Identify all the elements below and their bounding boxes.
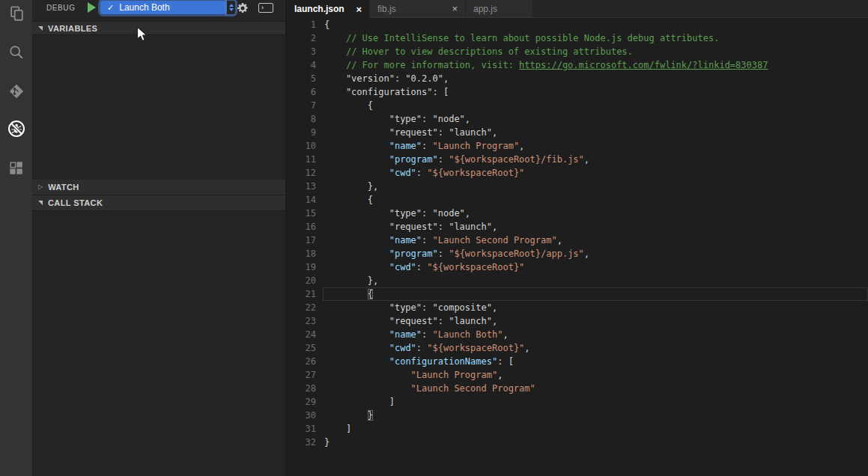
code-line[interactable]: 19 "cwd": "${workspaceRoot}" — [287, 260, 868, 274]
debug-config-selected: Launch Both — [119, 2, 169, 13]
line-number: 11 — [287, 153, 316, 166]
variables-panel-body — [32, 35, 287, 180]
code-line[interactable]: 1{ — [287, 18, 868, 31]
line-number: 31 — [287, 422, 316, 436]
code-line[interactable]: 28 "Launch Second Program" — [287, 382, 868, 395]
close-tab-icon[interactable]: × — [356, 4, 362, 14]
section-header-variables[interactable]: VARIABLES — [32, 22, 287, 35]
editor-group: launch.json×fib.js×app.js 1{2 // Use Int… — [287, 0, 868, 476]
code-editor[interactable]: 1{2 // Use IntelliSense to learn about p… — [287, 18, 868, 476]
line-number: 14 — [287, 193, 316, 207]
line-number: 17 — [287, 234, 316, 247]
code-line[interactable]: 2 // Use IntelliSense to learn about pos… — [287, 31, 868, 45]
stepper-up-icon — [229, 4, 234, 7]
line-number: 2 — [287, 31, 316, 45]
line-number: 3 — [287, 45, 316, 58]
section-header-callstack[interactable]: CALL STACK — [32, 195, 287, 211]
code-line[interactable]: 30 } — [287, 409, 868, 422]
line-number: 28 — [287, 382, 316, 395]
line-number: 10 — [287, 139, 316, 153]
debug-config-dropdown[interactable]: ✓ Launch Both — [100, 1, 225, 14]
tab-bar: launch.json×fib.js×app.js — [287, 0, 868, 18]
line-number: 9 — [287, 126, 316, 139]
line-number: 4 — [287, 58, 316, 72]
line-number: 22 — [287, 301, 316, 314]
code-line[interactable]: 23 "request": "launch", — [287, 314, 868, 328]
line-number: 27 — [287, 368, 316, 382]
code-line[interactable]: 5 "version": "0.2.0", — [287, 72, 868, 85]
code-line[interactable]: 3 // Hover to view descriptions of exist… — [287, 45, 868, 58]
stepper-down-icon — [229, 8, 234, 11]
debug-icon[interactable] — [6, 118, 27, 139]
code-line[interactable]: 27 "Launch Program", — [287, 368, 868, 382]
code-line[interactable]: 7 { — [287, 99, 868, 112]
open-debug-console-button[interactable]: › — [258, 3, 273, 13]
code-line[interactable]: 26 "configurationNames": [ — [287, 355, 868, 368]
close-tab-icon[interactable]: × — [452, 4, 458, 13]
code-line[interactable]: 12 "cwd": "${workspaceRoot}" — [287, 166, 868, 180]
line-number: 19 — [287, 260, 316, 274]
activity-bar — [0, 0, 32, 476]
code-line[interactable]: 4 // For more information, visit: https:… — [287, 58, 868, 72]
code-line[interactable]: 15 "type": "node", — [287, 207, 868, 220]
tab-app.js[interactable]: app.js — [466, 0, 533, 17]
link[interactable]: https://go.microsoft.com/fwlink/?linkid=… — [519, 60, 768, 70]
start-debug-button[interactable] — [87, 2, 97, 13]
chevron-expanded-icon — [38, 201, 43, 205]
line-number: 25 — [287, 341, 316, 355]
configure-gear-button[interactable] — [237, 2, 249, 14]
code-line[interactable]: 13 }, — [287, 180, 868, 193]
code-line[interactable]: 32} — [287, 436, 868, 449]
code-line[interactable]: 29 ] — [287, 395, 868, 409]
code-line[interactable]: 6 "configurations": [ — [287, 85, 868, 99]
debug-view-title: DEBUG — [46, 4, 76, 12]
line-number: 21 — [287, 287, 316, 301]
code-line[interactable]: 31 ] — [287, 422, 868, 436]
code-line[interactable]: 11 "program": "${workspaceRoot}/fib.js", — [287, 153, 868, 166]
code-line[interactable]: 20 }, — [287, 274, 868, 287]
chevron-expanded-icon — [38, 26, 43, 31]
vscode-window: DEBUG ✓ Launch Both › VARIABLES — [0, 0, 868, 476]
line-number: 16 — [287, 220, 316, 234]
code-line[interactable]: 22 "type": "composite", — [287, 301, 868, 314]
current-line-highlight — [323, 287, 868, 301]
debug-toolbar: DEBUG ✓ Launch Both › — [32, 0, 287, 22]
line-number: 12 — [287, 166, 316, 180]
chevron-collapsed-icon: ▷ — [38, 184, 43, 190]
line-number: 26 — [287, 355, 316, 368]
line-number: 6 — [287, 85, 316, 99]
code-line[interactable]: 18 "program": "${workspaceRoot}/app.js", — [287, 247, 868, 260]
line-number: 29 — [287, 395, 316, 409]
line-number: 7 — [287, 99, 316, 112]
code-line[interactable]: 8 "type": "node", — [287, 112, 868, 126]
line-number: 24 — [287, 328, 316, 341]
console-prompt-glyph: › — [261, 4, 264, 11]
code-line[interactable]: 21 { — [287, 287, 868, 301]
tab-label: fib.js — [377, 4, 396, 14]
line-number: 5 — [287, 72, 316, 85]
section-label: CALL STACK — [48, 198, 103, 207]
search-icon[interactable] — [6, 42, 27, 63]
line-number: 32 — [287, 436, 316, 449]
dropdown-stepper[interactable] — [227, 1, 235, 14]
section-label: VARIABLES — [48, 24, 97, 33]
code-line[interactable]: 25 "cwd": "${workspaceRoot}", — [287, 341, 868, 355]
checkmark-icon: ✓ — [107, 3, 114, 13]
line-number: 8 — [287, 112, 316, 126]
section-label: WATCH — [48, 183, 79, 192]
code-line[interactable]: 14 { — [287, 193, 868, 207]
code-line[interactable]: 24 "name": "Launch Both", — [287, 328, 868, 341]
extensions-icon[interactable] — [6, 158, 27, 179]
explorer-icon[interactable] — [6, 3, 27, 24]
code-line[interactable]: 16 "request": "launch", — [287, 220, 868, 234]
line-number: 1 — [287, 18, 316, 31]
debug-sidebar: DEBUG ✓ Launch Both › VARIABLES — [32, 0, 287, 476]
section-header-watch[interactable]: ▷ WATCH — [32, 180, 287, 195]
callstack-panel-body — [32, 211, 287, 476]
tab-fib.js[interactable]: fib.js× — [370, 0, 466, 17]
code-line[interactable]: 17 "name": "Launch Second Program", — [287, 234, 868, 247]
code-line[interactable]: 10 "name": "Launch Program", — [287, 139, 868, 153]
code-line[interactable]: 9 "request": "launch", — [287, 126, 868, 139]
source-control-icon[interactable] — [6, 81, 27, 102]
tab-launch.json[interactable]: launch.json× — [287, 0, 370, 18]
